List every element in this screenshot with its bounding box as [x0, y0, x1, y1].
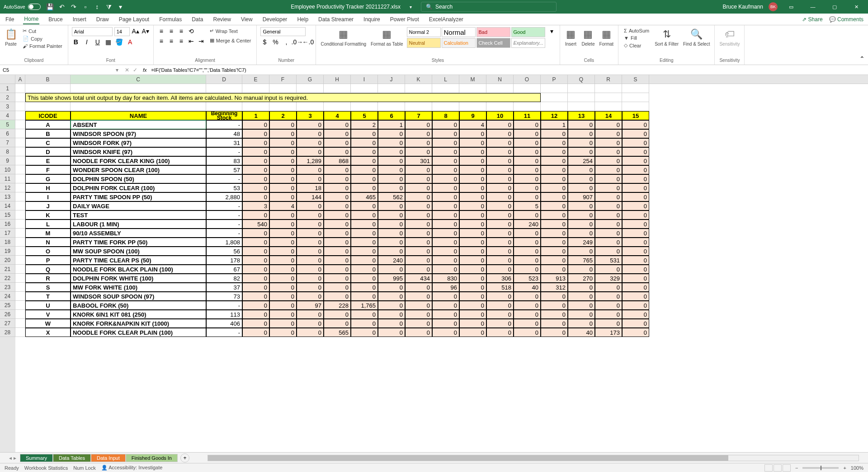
name-box-dropdown-icon[interactable]: ▾: [113, 67, 121, 73]
currency-icon[interactable]: $: [260, 38, 269, 46]
value-cell[interactable]: 0: [514, 301, 541, 310]
value-cell[interactable]: 0: [541, 174, 568, 183]
row-header-28[interactable]: 28: [0, 328, 15, 337]
icode-cell[interactable]: U: [25, 301, 71, 310]
value-cell[interactable]: 144: [297, 192, 324, 201]
value-cell[interactable]: 0: [568, 301, 595, 310]
value-cell[interactable]: 0: [622, 247, 649, 256]
value-cell[interactable]: 0: [514, 192, 541, 201]
icode-cell[interactable]: G: [25, 174, 71, 183]
value-cell[interactable]: 0: [405, 238, 432, 247]
value-cell[interactable]: 0: [514, 292, 541, 301]
value-cell[interactable]: 0: [378, 183, 405, 192]
name-cell[interactable]: PARTY TIME FORK PP (50): [71, 238, 206, 247]
value-cell[interactable]: 0: [269, 229, 297, 238]
value-cell[interactable]: 0: [514, 265, 541, 274]
col-header-C[interactable]: C: [71, 75, 206, 84]
value-cell[interactable]: 0: [269, 138, 297, 147]
icode-cell[interactable]: K: [25, 210, 71, 220]
bstock-cell[interactable]: 57: [206, 165, 242, 174]
inc-decimal-icon[interactable]: .0→: [293, 38, 301, 46]
tab-inquire[interactable]: Inquire: [363, 15, 381, 24]
minimize-button[interactable]: —: [805, 0, 821, 14]
empty-cell[interactable]: [432, 102, 459, 111]
value-cell[interactable]: 0: [486, 174, 514, 183]
empty-cell[interactable]: [15, 229, 25, 238]
bstock-cell[interactable]: 56: [206, 247, 242, 256]
value-cell[interactable]: 0: [269, 292, 297, 301]
empty-cell[interactable]: [15, 120, 25, 129]
value-cell[interactable]: 0: [324, 147, 351, 156]
icode-cell[interactable]: V: [25, 310, 71, 319]
zoom-in-button[interactable]: +: [843, 465, 846, 471]
value-cell[interactable]: 0: [459, 274, 486, 283]
value-cell[interactable]: 0: [568, 319, 595, 328]
empty-cell[interactable]: [459, 84, 486, 93]
dec-decimal-icon[interactable]: ←.0: [304, 38, 312, 46]
value-cell[interactable]: 0: [486, 165, 514, 174]
value-cell[interactable]: 0: [622, 283, 649, 292]
empty-cell[interactable]: [15, 328, 25, 337]
empty-cell[interactable]: [324, 102, 351, 111]
wraptext-button[interactable]: ↵Wrap Text: [208, 27, 253, 35]
zoom-level[interactable]: 100%: [851, 465, 863, 471]
value-cell[interactable]: 0: [432, 210, 459, 220]
value-cell[interactable]: 0: [514, 328, 541, 337]
row-header-25[interactable]: 25: [0, 301, 15, 310]
value-cell[interactable]: 0: [405, 201, 432, 210]
view-normal-button[interactable]: [764, 464, 773, 472]
table-header[interactable]: 4: [324, 111, 351, 120]
value-cell[interactable]: 0: [432, 301, 459, 310]
value-cell[interactable]: 0: [324, 183, 351, 192]
bstock-cell[interactable]: -: [206, 210, 242, 220]
empty-cell[interactable]: [486, 102, 514, 111]
value-cell[interactable]: 0: [459, 265, 486, 274]
value-cell[interactable]: 306: [486, 274, 514, 283]
value-cell[interactable]: 0: [432, 183, 459, 192]
value-cell[interactable]: 0: [622, 201, 649, 210]
empty-cell[interactable]: [15, 247, 25, 256]
value-cell[interactable]: 0: [514, 147, 541, 156]
borders-button[interactable]: ▦: [104, 38, 113, 46]
autosum-button[interactable]: ΣAutoSum: [622, 27, 651, 34]
value-cell[interactable]: 1,289: [297, 156, 324, 165]
value-cell[interactable]: 228: [324, 301, 351, 310]
value-cell[interactable]: 0: [595, 183, 622, 192]
value-cell[interactable]: 0: [242, 156, 269, 165]
user-avatar[interactable]: BK: [769, 2, 778, 11]
row-header-26[interactable]: 26: [0, 310, 15, 319]
bstock-cell[interactable]: -: [206, 174, 242, 183]
value-cell[interactable]: 0: [459, 165, 486, 174]
value-cell[interactable]: 0: [514, 183, 541, 192]
value-cell[interactable]: 0: [324, 319, 351, 328]
value-cell[interactable]: 0: [595, 147, 622, 156]
bstock-cell[interactable]: 178: [206, 256, 242, 265]
value-cell[interactable]: 0: [541, 201, 568, 210]
row-header-10[interactable]: 10: [0, 165, 15, 174]
value-cell[interactable]: 0: [405, 292, 432, 301]
value-cell[interactable]: 0: [432, 310, 459, 319]
value-cell[interactable]: 0: [595, 120, 622, 129]
style-normal2[interactable]: Normal 2: [407, 27, 441, 37]
value-cell[interactable]: 0: [297, 247, 324, 256]
horizontal-scrollbar[interactable]: [208, 455, 859, 461]
cells-grid[interactable]: This table shows total unit output by da…: [15, 84, 649, 452]
name-cell[interactable]: WONDER SPOON CLEAR (100): [71, 165, 206, 174]
save-icon[interactable]: 💾: [46, 3, 54, 11]
value-cell[interactable]: 0: [622, 220, 649, 229]
fill-button[interactable]: ▼Fill: [622, 34, 651, 42]
col-header-E[interactable]: E: [242, 75, 269, 84]
value-cell[interactable]: 0: [514, 256, 541, 265]
value-cell[interactable]: 0: [432, 174, 459, 183]
value-cell[interactable]: 3: [242, 201, 269, 210]
fx-icon[interactable]: fx: [141, 67, 149, 73]
value-cell[interactable]: 0: [432, 265, 459, 274]
empty-cell[interactable]: [568, 93, 595, 102]
value-cell[interactable]: 0: [405, 120, 432, 129]
value-cell[interactable]: 0: [351, 283, 378, 292]
value-cell[interactable]: 0: [351, 138, 378, 147]
value-cell[interactable]: 0: [568, 120, 595, 129]
value-cell[interactable]: 0: [486, 310, 514, 319]
value-cell[interactable]: 0: [595, 138, 622, 147]
value-cell[interactable]: 0: [432, 229, 459, 238]
